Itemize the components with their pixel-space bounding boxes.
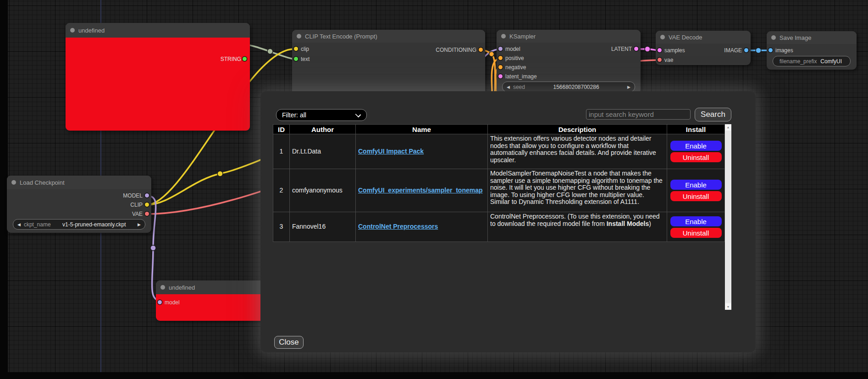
cell-description: ModelSamplerTonemapNoiseTest a node that… [488, 169, 667, 212]
node-title: KSampler [509, 33, 536, 40]
node-title: CLIP Text Encode (Prompt) [305, 33, 377, 40]
input-port-latent-image[interactable] [498, 74, 503, 78]
close-button[interactable]: Close [274, 336, 304, 349]
chevron-down-icon [355, 112, 361, 118]
uninstall-button[interactable]: Uninstall [670, 228, 722, 238]
cell-name: ComfyUI_experiments/sampler_tonemap [356, 169, 488, 212]
cell-description: This extension offers various detector n… [488, 134, 667, 169]
widget-label: ckpt_name [24, 221, 51, 228]
output-label: LATENT [611, 46, 632, 52]
node-title-bar[interactable]: Load Checkpoint [7, 176, 151, 189]
node-body: MODEL CLIP VAE ◀ ckpt_name v1-5-pruned-e… [7, 189, 151, 233]
uninstall-button[interactable]: Uninstall [670, 191, 722, 201]
node-status-icon [11, 180, 16, 185]
node-title: Load Checkpoint [20, 179, 65, 186]
output-port-latent[interactable] [634, 47, 638, 51]
search-input[interactable] [586, 109, 691, 120]
node-undefined-top[interactable]: undefined STRING [66, 23, 250, 131]
widget-value: ComfyUI [820, 58, 846, 65]
cell-id: 1 [273, 134, 290, 169]
node-body: clip text CONDITIONING [292, 43, 485, 99]
reroute-dot-latent[interactable] [645, 46, 650, 52]
output-label: STRING [221, 56, 241, 62]
reroute-dot-clip[interactable] [217, 171, 223, 176]
node-title-bar[interactable]: Save Image [767, 31, 857, 44]
node-body: STRING [66, 38, 250, 131]
input-label: positive [505, 55, 524, 61]
cell-id: 3 [273, 212, 290, 242]
node-status-icon [70, 28, 75, 33]
node-clip-text-encode[interactable]: CLIP Text Encode (Prompt) clip text COND… [292, 30, 485, 99]
filename-prefix-widget[interactable]: filename_prefix ComfyUI [773, 56, 851, 66]
scrollbar-thumb[interactable] [725, 131, 731, 303]
filter-select[interactable]: Filter: all [276, 109, 367, 121]
output-port-model[interactable] [145, 193, 149, 198]
cell-author: Fannovel16 [290, 212, 356, 242]
node-load-checkpoint[interactable]: Load Checkpoint MODEL CLIP VAE ◀ ckpt_na… [7, 176, 151, 233]
output-port-clip[interactable] [145, 203, 149, 207]
reroute-dot-string[interactable] [267, 49, 273, 54]
node-title: Save Image [780, 34, 811, 41]
extensions-table-body: 1Dr.Lt.DataComfyUI Impact PackThis exten… [273, 134, 725, 242]
increment-arrow-icon[interactable]: ▶ [138, 222, 141, 227]
input-label: images [775, 47, 793, 54]
node-status-icon [160, 285, 165, 290]
filter-select-value: Filter: all [282, 111, 306, 119]
decrement-arrow-icon[interactable]: ◀ [507, 85, 510, 89]
output-port-string[interactable] [243, 57, 247, 61]
output-port-vae[interactable] [145, 212, 149, 216]
widget-value: v1-5-pruned-emaonly.ckpt [62, 221, 126, 228]
search-button[interactable]: Search [695, 108, 731, 121]
enable-button[interactable]: Enable [670, 180, 722, 190]
header-name: Name [356, 125, 488, 134]
node-title-bar[interactable]: CLIP Text Encode (Prompt) [292, 30, 485, 43]
table-row: 2comfyanonymousComfyUI_experiments/sampl… [273, 169, 725, 212]
node-body: model positive negative latent_image LAT… [497, 43, 641, 94]
uninstall-button[interactable]: Uninstall [670, 152, 722, 162]
input-port-model[interactable] [158, 300, 162, 304]
node-save-image[interactable]: Save Image images filename_prefix ComfyU… [767, 31, 857, 70]
node-status-icon [660, 35, 665, 39]
node-title-bar[interactable]: VAE Decode [656, 31, 751, 44]
output-label: CONDITIONING [436, 47, 476, 53]
reroute-dot-model[interactable] [150, 245, 156, 251]
reroute-dot-conditioning[interactable] [489, 52, 494, 57]
node-status-icon [771, 35, 776, 40]
input-port-vae[interactable] [658, 58, 662, 62]
input-port-negative[interactable] [498, 65, 503, 69]
reroute-dot-image[interactable] [756, 48, 761, 53]
extension-link[interactable]: ComfyUI_experiments/sampler_tonemap [358, 187, 483, 194]
header-install: Install [667, 125, 725, 134]
description-text: This extension offers various detector n… [490, 135, 656, 164]
extension-link[interactable]: ComfyUI Impact Pack [358, 148, 424, 155]
input-label: model [165, 299, 180, 306]
node-vae-decode[interactable]: VAE Decode samples vae IMAGE [656, 31, 751, 65]
increment-arrow-icon[interactable]: ▶ [627, 85, 630, 89]
extension-link[interactable]: ControlNet Preprocessors [358, 223, 438, 230]
table-scrollbar[interactable]: ▲ ▼ [725, 124, 731, 310]
input-port-images[interactable] [768, 48, 773, 52]
node-title-bar[interactable]: undefined [66, 23, 250, 38]
output-port-image[interactable] [744, 48, 748, 52]
output-port-conditioning[interactable] [479, 48, 483, 52]
node-status-icon [501, 34, 506, 38]
input-port-positive[interactable] [498, 56, 503, 60]
enable-button[interactable]: Enable [670, 216, 722, 226]
seed-widget[interactable]: ◀ seed 156680208700286 ▶ [502, 82, 635, 92]
node-ksampler[interactable]: KSampler model positive negative latent_… [497, 30, 641, 94]
cell-install: EnableUninstall [667, 169, 725, 212]
decrement-arrow-icon[interactable]: ◀ [17, 222, 21, 227]
node-title: undefined [169, 284, 195, 291]
scroll-down-icon[interactable]: ▼ [725, 304, 731, 310]
node-title: VAE Decode [669, 34, 702, 41]
scroll-up-icon[interactable]: ▲ [725, 124, 731, 130]
input-port-text[interactable] [294, 57, 298, 61]
widget-value: 156680208700286 [553, 84, 599, 90]
comfyui-app: undefined STRING CLIP Text Encode (Promp… [0, 0, 868, 379]
output-label: IMAGE [724, 47, 742, 54]
node-title-bar[interactable]: KSampler [497, 30, 641, 43]
enable-button[interactable]: Enable [670, 141, 722, 151]
cell-author: comfyanonymous [290, 169, 356, 212]
ckpt-name-widget[interactable]: ◀ ckpt_name v1-5-pruned-emaonly.ckpt ▶ [13, 219, 145, 230]
cell-id: 2 [273, 169, 290, 212]
